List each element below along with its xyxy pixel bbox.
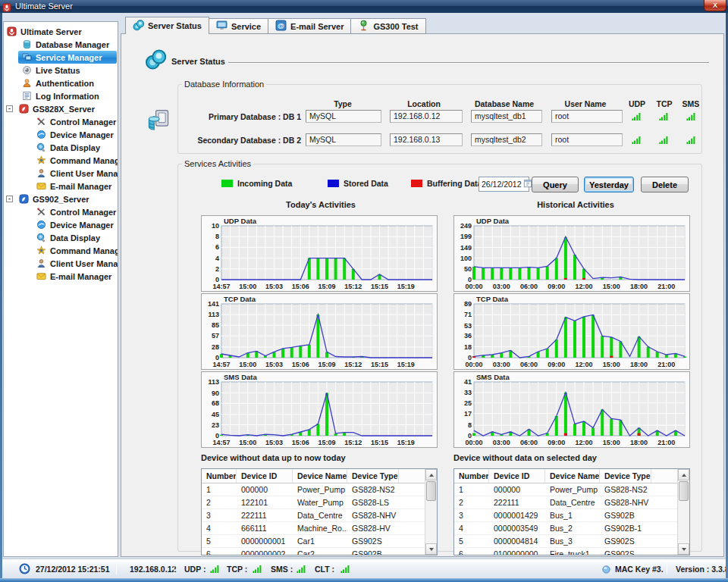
sidebar-item-client-user-manager[interactable]: Client User Manager <box>4 167 118 180</box>
db-field-database-name[interactable]: mysqltest_db2 <box>471 133 542 146</box>
table-cell: Bus_2 <box>545 522 600 534</box>
scroll-down-icon[interactable] <box>425 543 437 555</box>
table-row[interactable]: 40000003549Bus_2GS902B-1 <box>454 522 677 535</box>
scroll-down-icon[interactable] <box>678 543 689 555</box>
sidebar-item-control-manager[interactable]: Control Manager <box>4 205 118 218</box>
db-field-user-name[interactable]: root <box>551 110 623 123</box>
column-header-device-id[interactable]: Device ID <box>489 469 545 483</box>
table-row[interactable]: 1000000Power_PumpGS828-NS2 <box>454 483 677 496</box>
sidebar-item-authentication[interactable]: Authentication <box>4 77 118 89</box>
column-header-number[interactable]: Number <box>454 469 489 483</box>
close-button[interactable]: X <box>704 0 726 11</box>
tab-service[interactable]: Service <box>209 18 268 34</box>
chart-hist-tcp: 0183653718900:0003:0006:0009:0012:0015:0… <box>453 293 690 370</box>
title-bar: Ultimate Server X <box>0 0 728 13</box>
table-row[interactable]: 50000004814Bus_3GS902S <box>454 535 677 548</box>
db-row-label: Primary Database : DB 1 <box>186 112 301 121</box>
collapse-expander-icon[interactable]: - <box>6 196 13 202</box>
db-field-database-name[interactable]: mysqltest_db1 <box>471 110 542 123</box>
db-field-user-name[interactable]: root <box>551 133 623 146</box>
sidebar-item-command-manager[interactable]: Command Manager <box>4 154 118 167</box>
svg-text:18: 18 <box>464 343 472 351</box>
column-header-filler <box>651 469 677 483</box>
svg-text:18:00: 18:00 <box>630 361 648 368</box>
table-row[interactable]: 60100000000Fire_truck1GS902S <box>454 548 677 555</box>
yesterday-button[interactable]: Yesterday <box>584 177 634 192</box>
vertical-scrollbar[interactable] <box>425 469 437 555</box>
column-header-device-name[interactable]: Device Name <box>293 469 347 483</box>
scrollbar-thumb[interactable] <box>426 481 436 501</box>
tab-label: Service <box>231 22 261 31</box>
sidebar-item-live-status[interactable]: Live Status <box>4 64 118 77</box>
sidebar-item-command-manager[interactable]: Command Manager <box>4 244 118 257</box>
query-button[interactable]: Query <box>532 177 579 192</box>
tab-gs300-test[interactable]: GS300 Test <box>351 18 425 34</box>
legend-swatch-stored-data <box>328 180 339 187</box>
sidebar-item-label: Command Manager <box>50 155 118 167</box>
sidebar-item-client-user-manager[interactable]: Client User Manager <box>4 257 118 270</box>
table-cell: GS902S <box>600 535 651 547</box>
svg-text:15:09: 15:09 <box>318 361 335 368</box>
table-cell: 0000000001 <box>237 535 293 547</box>
sidebar-item-database-manager[interactable]: Database Manager <box>4 38 118 51</box>
table-row[interactable]: 3222111Data_CentreGS828-NHV <box>202 509 425 522</box>
svg-text:41: 41 <box>464 378 472 386</box>
db-field-location[interactable]: 192.168.0.12 <box>390 110 463 123</box>
db-field-type[interactable]: MySQL <box>306 133 381 146</box>
svg-text:06:00: 06:00 <box>520 439 538 446</box>
column-header-device-name[interactable]: Device Name <box>545 469 600 483</box>
table-row[interactable]: 30000001429Bus_1GS902B <box>454 509 677 522</box>
column-header-device-id[interactable]: Device ID <box>237 469 293 483</box>
table-cell: 2 <box>454 496 489 508</box>
vertical-scrollbar[interactable] <box>677 469 689 555</box>
db-field-type[interactable]: MySQL <box>306 110 381 123</box>
status-sms-label: SMS : <box>271 565 293 574</box>
scroll-up-icon[interactable] <box>425 469 437 480</box>
table-row[interactable]: 1000000Power_PumpGS828-NS2 <box>202 483 425 496</box>
sidebar-item-device-manager[interactable]: Device Manager <box>4 218 118 231</box>
svg-text:12:00: 12:00 <box>575 283 592 290</box>
status-udp-label: UDP : <box>184 565 206 574</box>
sidebar-item-label: Client User Manager <box>50 258 118 271</box>
table-cell: GS828-NS2 <box>600 483 651 496</box>
svg-text:00:00: 00:00 <box>465 361 482 368</box>
tab-e-mail-server[interactable]: @E-mail Server <box>268 18 351 34</box>
db-field-location[interactable]: 192.168.0.13 <box>390 133 463 146</box>
column-header-number[interactable]: Number <box>202 469 237 483</box>
table-row[interactable]: 50000000001Car1GS902S <box>202 535 425 548</box>
scrollbar-thumb[interactable] <box>679 481 689 501</box>
delete-button[interactable]: Delete <box>641 177 689 192</box>
sidebar-item-label: Control Manager <box>50 116 116 129</box>
sidebar-item-device-manager[interactable]: Device Manager <box>4 128 118 141</box>
sidebar-item-label: E-mail Manager <box>50 180 111 193</box>
sidebar-item-e-mail-manager[interactable]: E-mail Manager <box>4 270 118 283</box>
sidebar-item-control-manager[interactable]: Control Manager <box>4 115 118 128</box>
column-header-device-type[interactable]: Device Type <box>347 469 399 483</box>
sms-signal-icon <box>297 564 307 577</box>
svg-text:SMS Data: SMS Data <box>224 373 258 381</box>
svg-text:15:09: 15:09 <box>318 439 335 446</box>
sidebar-item-service-manager[interactable]: Service Manager <box>4 51 118 64</box>
table-row[interactable]: 2122101Water_PumpGS828-LS <box>202 496 425 509</box>
sidebar-item-ultimate-server[interactable]: Ultimate Server <box>4 25 118 38</box>
collapse-expander-icon[interactable]: - <box>6 105 13 112</box>
status-divider <box>174 563 174 574</box>
table-row[interactable]: 60000000002Car2GS902B <box>202 548 425 555</box>
table-row[interactable]: 2222111Data_CentreGS828-NHV <box>454 496 677 509</box>
sidebar-item-e-mail-manager[interactable]: E-mail Manager <box>4 180 118 192</box>
services-activities-group: Services Activities Incoming DataStored … <box>177 159 702 552</box>
sidebar-item-data-display[interactable]: Data Display <box>4 231 118 244</box>
sidebar-item-data-display[interactable]: Data Display <box>4 141 118 154</box>
svg-text:90: 90 <box>212 390 219 397</box>
table-row[interactable]: 4666111Machine_Ro...GS828-HV <box>202 522 425 535</box>
scroll-up-icon[interactable] <box>678 469 689 480</box>
chart-hist-sms: 081725334100:0003:0006:0009:0012:0015:00… <box>453 371 690 448</box>
sidebar-item-label: E-mail Manager <box>50 271 111 283</box>
date-picker[interactable]: 26/12/2012 <box>479 177 529 192</box>
sidebar-item-gs828x-server[interactable]: -GS828X_Server <box>4 102 118 115</box>
sidebar-item-log-information[interactable]: Log Information <box>4 89 118 102</box>
sidebar-item-gs902-server[interactable]: -GS902_Server <box>4 192 118 205</box>
left-table-title: Device without data up to now today <box>201 453 346 462</box>
tab-server-status[interactable]: Server Status <box>125 17 209 34</box>
column-header-device-type[interactable]: Device Type <box>600 469 651 483</box>
